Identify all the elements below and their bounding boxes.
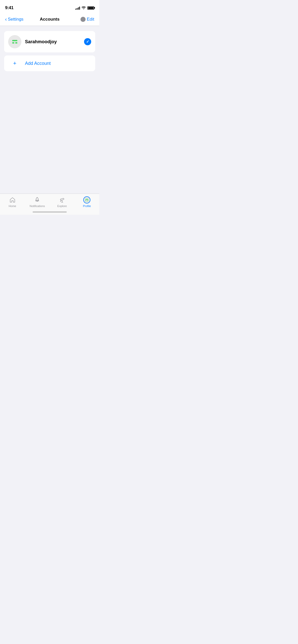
- add-account-card[interactable]: + Add Account: [4, 55, 95, 71]
- back-label: Settings: [8, 17, 23, 22]
- tab-profile[interactable]: Profile: [75, 196, 100, 208]
- status-bar: 9:41: [0, 0, 99, 13]
- chevron-left-icon: ‹: [5, 17, 7, 22]
- svg-rect-2: [12, 42, 14, 43]
- svg-rect-11: [87, 200, 89, 201]
- account-card[interactable]: Sarahmoodjoy: [4, 31, 95, 52]
- profile-avatar: [83, 196, 90, 203]
- tab-home[interactable]: Home: [0, 196, 25, 208]
- account-logo-icon: [10, 37, 20, 47]
- add-account-label: Add Account: [25, 61, 51, 66]
- svg-point-0: [10, 37, 20, 47]
- edit-button[interactable]: Edit: [80, 17, 94, 22]
- status-icons: [75, 6, 94, 10]
- plus-icon: +: [8, 60, 21, 67]
- svg-point-8: [84, 197, 90, 203]
- wifi-icon: [82, 6, 86, 10]
- nav-bar: ‹ Settings Accounts Edit: [0, 13, 99, 26]
- svg-rect-1: [12, 40, 17, 41]
- svg-rect-10: [85, 200, 87, 201]
- tab-notifications[interactable]: Notifications: [25, 196, 50, 208]
- page-title: Accounts: [40, 17, 59, 22]
- svg-rect-6: [60, 198, 64, 200]
- tab-profile-icon: [83, 196, 90, 203]
- svg-rect-9: [85, 199, 88, 200]
- edit-label: Edit: [87, 17, 94, 22]
- tab-profile-label: Profile: [83, 204, 91, 208]
- add-account-row[interactable]: + Add Account: [8, 55, 91, 71]
- signal-bars-icon: [75, 6, 80, 10]
- svg-rect-3: [15, 42, 17, 43]
- back-button[interactable]: ‹ Settings: [5, 17, 23, 22]
- selected-checkmark-icon: [84, 38, 91, 45]
- tab-explore[interactable]: Explore: [50, 196, 75, 208]
- tab-home-label: Home: [9, 204, 16, 208]
- bell-icon: [34, 196, 41, 203]
- account-name: Sarahmoodjoy: [25, 39, 80, 45]
- content-area: Sarahmoodjoy + Add Account: [0, 26, 99, 71]
- explore-icon: [59, 196, 66, 203]
- battery-icon: [87, 6, 94, 10]
- edit-circle-icon: [80, 17, 86, 22]
- tab-explore-label: Explore: [57, 204, 67, 208]
- home-indicator: [33, 211, 67, 213]
- svg-line-7: [60, 200, 61, 202]
- account-row[interactable]: Sarahmoodjoy: [8, 31, 91, 52]
- avatar: [8, 35, 21, 48]
- tab-notifications-label: Notifications: [30, 204, 45, 208]
- status-time: 9:41: [5, 5, 13, 10]
- home-icon: [9, 196, 16, 203]
